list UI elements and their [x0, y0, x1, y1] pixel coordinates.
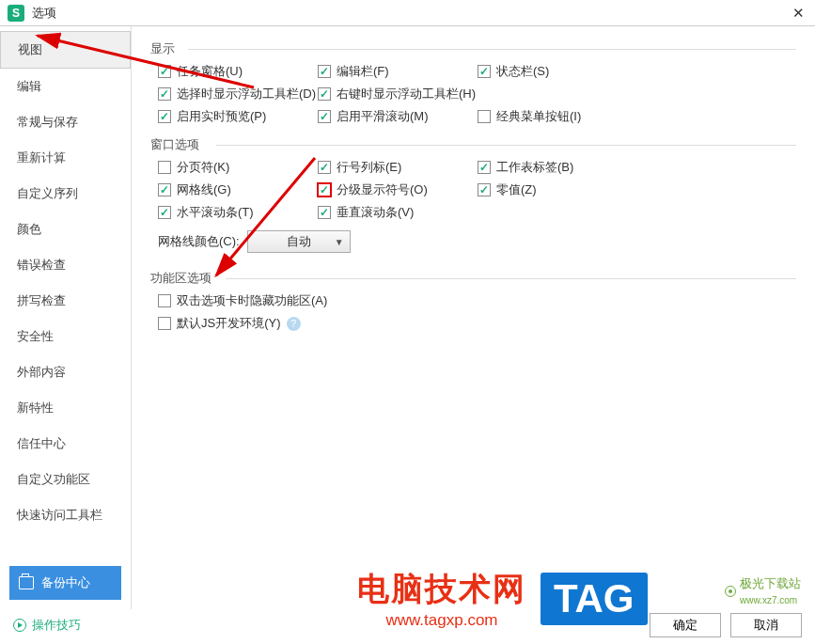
checkbox-label[interactable]: 状态栏(S) — [496, 63, 549, 80]
checkbox-label[interactable]: 垂直滚动条(V) — [337, 204, 414, 221]
group-window-label: 窗口选项 — [150, 136, 796, 153]
checkbox-label[interactable]: 任务窗格(U) — [177, 63, 243, 80]
sidebar-item-7[interactable]: 拼写检查 — [0, 283, 131, 319]
sidebar-item-12[interactable]: 自定义功能区 — [0, 462, 131, 497]
checkbox[interactable] — [158, 65, 171, 78]
checkbox[interactable] — [478, 110, 491, 123]
close-icon[interactable]: ✕ — [789, 5, 807, 22]
window-title: 选项 — [32, 5, 789, 22]
app-icon: S — [8, 5, 24, 22]
checkbox[interactable] — [478, 65, 491, 78]
checkbox[interactable] — [318, 65, 331, 78]
checkbox-label[interactable]: 启用平滑滚动(M) — [337, 108, 429, 125]
site-logo: 极光下载站 www.xz7.com — [725, 575, 801, 606]
checkbox-label[interactable]: 工作表标签(B) — [496, 159, 573, 176]
gridcolor-value: 自动 — [287, 233, 311, 250]
sidebar-item-5[interactable]: 颜色 — [0, 212, 131, 247]
sidebar-item-8[interactable]: 安全性 — [0, 319, 131, 354]
checkbox[interactable] — [478, 183, 491, 196]
checkbox-label[interactable]: 分级显示符号(O) — [337, 181, 428, 198]
sidebar-item-4[interactable]: 自定义序列 — [0, 176, 131, 212]
group-ribbon-label: 功能区选项 — [150, 270, 796, 287]
checkbox-label[interactable]: 经典菜单按钮(I) — [496, 108, 581, 125]
checkbox[interactable] — [158, 317, 171, 330]
checkbox-label[interactable]: 右键时显示浮动工具栏(H) — [337, 86, 476, 102]
gridcolor-label: 网格线颜色(C): — [158, 233, 240, 250]
checkbox[interactable] — [478, 161, 491, 174]
sidebar-item-11[interactable]: 信任中心 — [0, 426, 131, 462]
sidebar-item-6[interactable]: 错误检查 — [0, 247, 131, 283]
folder-icon — [19, 576, 34, 589]
checkbox[interactable] — [318, 110, 331, 123]
checkbox[interactable] — [318, 161, 331, 174]
play-icon — [13, 619, 26, 632]
checkbox-label[interactable]: 启用实时预览(P) — [177, 108, 266, 125]
tips-link[interactable]: 操作技巧 — [13, 617, 81, 634]
tips-label: 操作技巧 — [32, 617, 81, 634]
checkbox-label[interactable]: 行号列标(E) — [337, 159, 401, 176]
checkbox[interactable] — [318, 87, 331, 101]
group-display-label: 显示 — [150, 40, 796, 57]
checkbox-label[interactable]: 水平滚动条(T) — [177, 204, 254, 221]
sidebar-item-10[interactable]: 新特性 — [0, 390, 131, 426]
chevron-down-icon: ▼ — [335, 237, 344, 247]
checkbox-label[interactable]: 默认JS开发环境(Y) — [177, 315, 281, 332]
checkbox[interactable] — [158, 183, 171, 196]
gridcolor-dropdown[interactable]: 自动 ▼ — [247, 230, 351, 253]
checkbox[interactable] — [158, 87, 171, 101]
sidebar-item-3[interactable]: 重新计算 — [0, 140, 131, 176]
checkbox[interactable] — [158, 161, 171, 174]
checkbox-label[interactable]: 双击选项卡时隐藏功能区(A) — [177, 292, 327, 309]
backup-center-button[interactable]: 备份中心 — [9, 566, 121, 600]
cancel-button[interactable]: 取消 — [730, 613, 802, 637]
sidebar: 视图编辑常规与保存重新计算自定义序列颜色错误检查拼写检查安全性外部内容新特性信任… — [0, 26, 132, 609]
checkbox[interactable] — [318, 206, 331, 219]
checkbox-label[interactable]: 编辑栏(F) — [337, 63, 389, 80]
ok-button[interactable]: 确定 — [650, 613, 721, 637]
sidebar-item-0[interactable]: 视图 — [0, 31, 131, 69]
sidebar-item-1[interactable]: 编辑 — [0, 69, 131, 104]
sidebar-item-9[interactable]: 外部内容 — [0, 354, 131, 390]
checkbox[interactable] — [158, 110, 171, 123]
help-icon[interactable]: ? — [287, 317, 301, 331]
checkbox-label[interactable]: 网格线(G) — [177, 181, 231, 198]
checkbox[interactable] — [318, 183, 331, 196]
sidebar-item-13[interactable]: 快速访问工具栏 — [0, 497, 131, 533]
backup-label: 备份中心 — [41, 574, 90, 591]
checkbox[interactable] — [158, 206, 171, 219]
checkbox-label[interactable]: 选择时显示浮动工具栏(D) — [177, 86, 316, 102]
checkbox[interactable] — [158, 294, 171, 307]
checkbox-label[interactable]: 分页符(K) — [177, 159, 229, 176]
sidebar-item-2[interactable]: 常规与保存 — [0, 104, 131, 140]
checkbox-label[interactable]: 零值(Z) — [496, 181, 537, 198]
